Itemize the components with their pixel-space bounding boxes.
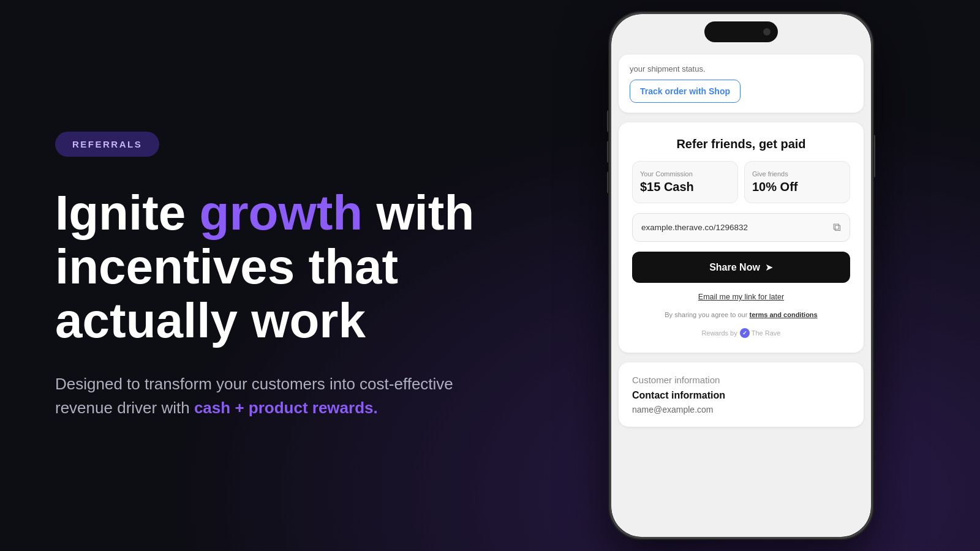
- rave-icon: ✓: [740, 328, 750, 338]
- terms-text: By sharing you agree to our terms and co…: [632, 311, 850, 318]
- share-button-label: Share Now: [709, 262, 760, 273]
- subtext-accent: cash + product rewards.: [194, 399, 378, 417]
- rave-logo: ✓ The Rave: [740, 328, 781, 338]
- phone-screen: your shipment status. Track order with S…: [611, 14, 871, 537]
- track-button-label: Track order with Shop: [640, 86, 730, 96]
- referral-link-row: example.therave.co/1296832 ⧉: [632, 213, 850, 242]
- terms-prefix: By sharing you agree to our: [665, 311, 749, 318]
- email-link-button[interactable]: Email me my link for later: [632, 293, 850, 301]
- phone-wrapper: your shipment status. Track order with S…: [609, 12, 873, 539]
- terms-link[interactable]: terms and conditions: [749, 311, 817, 318]
- main-layout: REFERRALS Ignite growth with incentives …: [0, 0, 980, 551]
- headline-part1: Ignite: [55, 186, 200, 240]
- powered-by: Rewards by ✓ The Rave: [632, 328, 850, 338]
- subtext: Designed to transform your customers int…: [55, 372, 472, 420]
- customer-info-card: Customer information Contact information…: [619, 362, 864, 427]
- referral-link-text: example.therave.co/1296832: [641, 223, 828, 232]
- badge-label: REFERRALS: [72, 139, 142, 149]
- track-order-button[interactable]: Track order with Shop: [630, 80, 741, 103]
- referral-card: Refer friends, get paid Your Commission …: [619, 122, 864, 353]
- powered-prefix: Rewards by: [702, 329, 737, 337]
- friends-value: 10% Off: [752, 180, 842, 194]
- headline: Ignite growth with incentives that actua…: [55, 186, 478, 348]
- referrals-badge: REFERRALS: [55, 132, 159, 157]
- customer-email: name@example.com: [632, 405, 850, 414]
- friends-label: Give friends: [752, 170, 842, 178]
- track-status-text: your shipment status.: [630, 64, 853, 73]
- commission-box: Your Commission $15 Cash: [632, 161, 738, 203]
- friends-discount-box: Give friends 10% Off: [744, 161, 850, 203]
- camera-dot: [763, 28, 771, 36]
- send-icon: ➤: [765, 261, 773, 273]
- rewards-row: Your Commission $15 Cash Give friends 10…: [632, 161, 850, 203]
- right-panel: your shipment status. Track order with S…: [527, 0, 980, 551]
- referral-title: Refer friends, get paid: [632, 137, 850, 151]
- customer-contact-title: Contact information: [632, 390, 850, 401]
- track-order-card: your shipment status. Track order with S…: [619, 54, 864, 113]
- phone-content: your shipment status. Track order with S…: [611, 14, 871, 537]
- left-panel: REFERRALS Ignite growth with incentives …: [0, 0, 527, 551]
- share-now-button[interactable]: Share Now ➤: [632, 252, 850, 283]
- commission-label: Your Commission: [640, 170, 730, 178]
- rave-brand-name: The Rave: [752, 329, 781, 337]
- headline-accent: growth: [200, 186, 363, 240]
- customer-section-title: Customer information: [632, 375, 850, 385]
- power-button: [873, 135, 875, 178]
- commission-value: $15 Cash: [640, 180, 730, 194]
- dynamic-island: [704, 21, 778, 42]
- copy-icon[interactable]: ⧉: [833, 221, 841, 234]
- phone-frame: your shipment status. Track order with S…: [609, 12, 873, 539]
